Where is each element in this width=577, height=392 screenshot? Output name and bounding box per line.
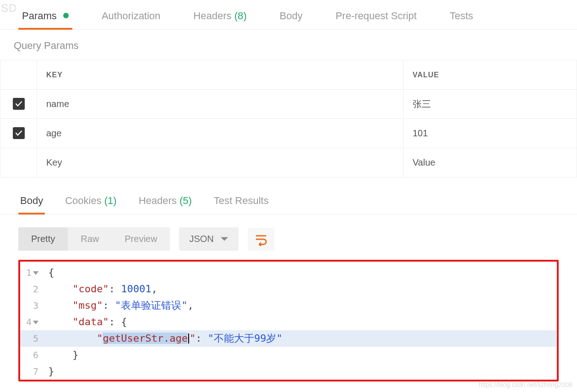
table-row-empty: Key Value [0, 148, 577, 177]
watermark-bottom: https://blog.csdn.net/lizhong2008 [479, 381, 572, 388]
tab-params-label: Params [22, 10, 57, 21]
value-input[interactable]: Value [403, 148, 577, 177]
text-cursor-icon [188, 333, 189, 344]
table-row: name 张三 [0, 90, 577, 119]
cell-key[interactable]: age [37, 119, 403, 148]
table-row: age 101 [0, 119, 577, 148]
response-body-json[interactable]: 1 { 2 "code": 10001, 3 "msg": "表单验证错误", … [18, 260, 559, 381]
json-line: 4 "data": { [20, 314, 557, 330]
tab-headers[interactable]: Headers (8) [190, 5, 250, 29]
json-line: 3 "msg": "表单验证错误", [20, 297, 557, 314]
format-select-label: JSON [189, 234, 213, 244]
fold-icon[interactable] [33, 271, 38, 275]
format-select[interactable]: JSON [179, 227, 238, 251]
view-controls: Pretty Raw Preview JSON [0, 215, 577, 260]
tab-headers-count: (8) [234, 10, 247, 21]
tab-pre-request[interactable]: Pre-request Script [332, 5, 420, 29]
cell-value[interactable]: 张三 [403, 90, 577, 119]
json-line: 7 } [20, 363, 557, 380]
col-key: KEY [37, 60, 403, 90]
rtab-body[interactable]: Body [18, 191, 45, 214]
rtab-cookies-label: Cookies [65, 195, 101, 206]
check-icon [15, 129, 23, 137]
col-checkbox [0, 60, 37, 90]
json-line: 2 "code": 10001, [20, 281, 557, 297]
rtab-headers[interactable]: Headers (5) [137, 191, 194, 214]
json-line-highlight: 5 "getUserStr.age": "不能大于99岁" [20, 330, 557, 347]
cell-key[interactable]: name [37, 90, 403, 119]
watermark-top: SD [1, 2, 17, 15]
fold-icon[interactable] [33, 321, 38, 324]
tab-authorization[interactable]: Authorization [98, 5, 164, 29]
request-tabs: Params Authorization Headers (8) Body Pr… [0, 0, 577, 30]
rtab-headers-label: Headers [139, 195, 177, 206]
row-checkbox[interactable] [13, 98, 25, 110]
rtab-cookies[interactable]: Cookies (1) [63, 191, 119, 214]
json-line: 1 { [20, 264, 557, 281]
tab-params[interactable]: Params [18, 5, 72, 29]
view-mode-group: Pretty Raw Preview [18, 227, 170, 251]
key-input[interactable]: Key [37, 148, 403, 177]
view-raw-button[interactable]: Raw [68, 227, 112, 251]
chevron-down-icon [220, 236, 229, 242]
check-icon [15, 100, 23, 108]
col-value: VALUE [403, 60, 577, 90]
view-preview-button[interactable]: Preview [112, 227, 170, 251]
selected-text: getUserStr.age [103, 333, 187, 344]
tab-body[interactable]: Body [276, 5, 306, 29]
section-title-query-params: Query Params [0, 30, 577, 60]
rtab-test-results[interactable]: Test Results [212, 191, 271, 214]
tab-headers-label: Headers [193, 10, 231, 21]
response-tabs: Body Cookies (1) Headers (5) Test Result… [0, 177, 577, 215]
query-params-table: KEY VALUE name 张三 age 101 Key [0, 60, 577, 177]
row-checkbox[interactable] [13, 127, 25, 139]
wrap-lines-button[interactable] [248, 228, 274, 251]
rtab-cookies-count: (1) [104, 195, 117, 206]
rtab-headers-count: (5) [180, 195, 192, 206]
wrap-icon [254, 232, 268, 246]
params-active-dot-icon [63, 13, 69, 18]
tab-tests[interactable]: Tests [446, 5, 477, 29]
view-pretty-button[interactable]: Pretty [18, 227, 68, 251]
json-line: 6 } [20, 347, 557, 363]
cell-value[interactable]: 101 [403, 119, 577, 148]
